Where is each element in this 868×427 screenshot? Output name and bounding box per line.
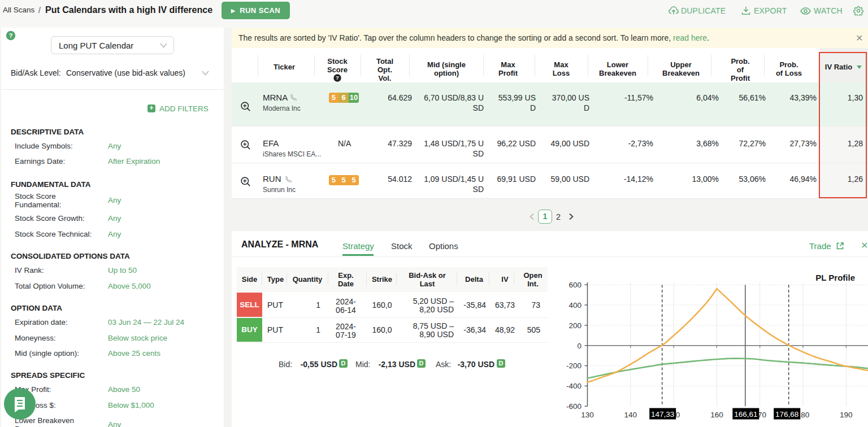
svg-text:147,33: 147,33 (651, 410, 674, 419)
svg-text:?: ? (336, 75, 339, 81)
svg-text:0: 0 (577, 342, 581, 350)
svg-text:160: 160 (710, 411, 723, 419)
svg-text:?: ? (9, 32, 13, 39)
svg-text:400: 400 (568, 301, 581, 310)
svg-text:130: 130 (581, 411, 594, 419)
svg-text:600: 600 (568, 281, 581, 289)
svg-text:166,61: 166,61 (734, 410, 757, 419)
svg-text:190: 190 (840, 411, 853, 419)
svg-text:140: 140 (624, 411, 637, 419)
svg-text:200: 200 (568, 321, 581, 330)
svg-text:-600: -600 (566, 402, 581, 411)
svg-text:-400: -400 (566, 382, 581, 390)
svg-text:176,68: 176,68 (775, 410, 798, 419)
svg-text:-200: -200 (566, 361, 581, 370)
svg-text:PL Profile: PL Profile (815, 273, 855, 282)
